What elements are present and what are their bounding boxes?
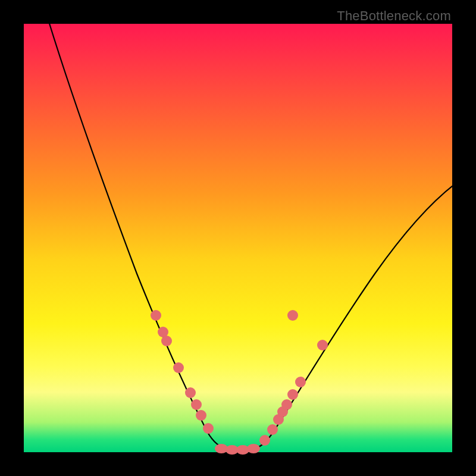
chart-frame: TheBottleneck.com	[0, 0, 476, 476]
plot-area	[24, 24, 452, 452]
markers-flat	[215, 444, 260, 455]
marker-dot	[203, 423, 214, 434]
marker-dot	[161, 336, 172, 346]
marker-dot	[173, 362, 184, 373]
marker-dot	[287, 389, 298, 400]
marker-dot	[247, 444, 260, 453]
curve-left-branch	[44, 6, 229, 450]
marker-dot	[151, 310, 161, 321]
marker-dot	[196, 410, 206, 421]
marker-dot	[281, 399, 292, 410]
curve-group	[44, 6, 464, 450]
marker-dot	[295, 377, 306, 387]
marker-dot	[317, 340, 328, 350]
bottleneck-curve-svg	[24, 24, 452, 452]
markers-left	[151, 310, 214, 434]
marker-dot	[185, 387, 196, 398]
markers-right	[259, 310, 328, 446]
marker-dot	[287, 310, 298, 321]
marker-dot	[267, 424, 278, 435]
marker-dot	[259, 435, 270, 446]
watermark-text: TheBottleneck.com	[337, 8, 451, 24]
marker-dot	[191, 399, 202, 410]
